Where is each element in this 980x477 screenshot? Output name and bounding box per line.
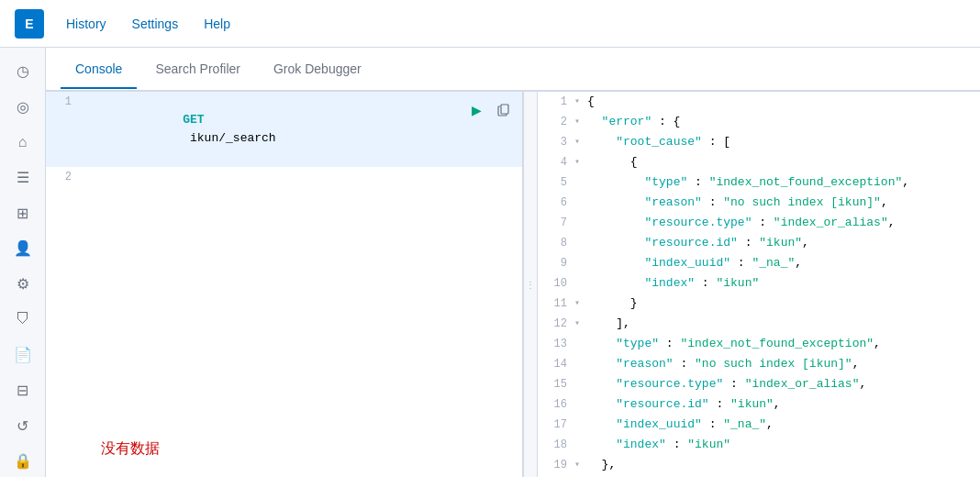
json-line-18: 18 "index" : "ikun" <box>538 435 980 455</box>
sidebar-icon-home[interactable]: ⌂ <box>6 126 39 158</box>
sidebar-icon-gear[interactable]: ⚙ <box>6 268 39 300</box>
json-line-6: 6 "reason" : "no such index [ikun]", <box>538 193 980 213</box>
sidebar-icon-lock[interactable]: 🔒 <box>6 445 39 477</box>
top-nav: History Settings Help <box>55 11 241 37</box>
editor-line-2: 2 <box>46 167 522 187</box>
json-line-1: 1 ▾ { <box>538 92 980 112</box>
json-line-8: 8 "resource.id" : "ikun", <box>538 233 980 253</box>
http-method: GET <box>183 113 204 127</box>
sidebar-icon-refresh[interactable]: ↺ <box>6 410 39 442</box>
sidebar-icon-tag[interactable]: ⊟ <box>6 374 39 406</box>
sidebar-icon-clock[interactable]: ◷ <box>6 55 39 87</box>
json-line-10: 10 "index" : "ikun" <box>538 273 980 294</box>
line-content-1[interactable]: GET ikun/_search <box>83 93 522 166</box>
json-line-14: 14 "reason" : "no such index [ikun]", <box>538 354 980 374</box>
json-line-19: 19 ▾ }, <box>538 455 980 475</box>
json-line-7: 7 "resource.type" : "index_or_alias", <box>538 213 980 233</box>
run-button[interactable]: ▶ <box>465 99 487 121</box>
json-line-11: 11 ▾ } <box>538 294 980 314</box>
sidebar-icon-stack[interactable]: ⊞ <box>6 197 39 229</box>
top-bar: E History Settings Help <box>0 0 980 48</box>
nav-settings[interactable]: Settings <box>121 11 190 37</box>
nav-history[interactable]: History <box>55 11 117 37</box>
tab-grok-debugger[interactable]: Grok Debugger <box>259 50 376 89</box>
json-line-4: 4 ▾ { <box>538 152 980 172</box>
editor-layout: 1 GET ikun/_search 2 ▶ <box>46 92 980 477</box>
main-layout: ◷ ◎ ⌂ ☰ ⊞ 👤 ⚙ ⛉ 📄 ⊟ ↺ 🔒 Console Search P… <box>0 48 980 477</box>
sidebar-icon-list[interactable]: ☰ <box>6 161 39 194</box>
json-line-3: 3 ▾ "root_cause" : [ <box>538 132 980 152</box>
line-num-1: 1 <box>46 93 83 111</box>
json-line-13: 13 "type" : "index_not_found_exception", <box>538 334 980 354</box>
editor-content[interactable]: 1 GET ikun/_search 2 <box>46 92 522 421</box>
line-num-2: 2 <box>46 168 83 186</box>
editor-line-1: 1 GET ikun/_search <box>46 92 522 167</box>
left-pane: 1 GET ikun/_search 2 ▶ <box>46 92 523 477</box>
copy-button[interactable] <box>493 99 515 121</box>
editor-toolbar: ▶ <box>465 99 515 121</box>
json-line-12: 12 ▾ ], <box>538 314 980 334</box>
tab-console[interactable]: Console <box>61 50 137 89</box>
tab-search-profiler[interactable]: Search Profiler <box>140 50 255 89</box>
app-logo: E <box>15 9 44 39</box>
sidebar-icon-shield[interactable]: ⛉ <box>6 304 39 336</box>
json-line-15: 15 "resource.type" : "index_or_alias", <box>538 374 980 394</box>
sidebar-icon-doc[interactable]: 📄 <box>6 338 39 371</box>
json-line-9: 9 "index_uuid" : "_na_", <box>538 253 980 273</box>
json-line-17: 17 "index_uuid" : "_na_", <box>538 415 980 435</box>
nav-help[interactable]: Help <box>193 11 241 37</box>
right-pane: 1 ▾ { 2 ▾ "error" : { 3 ▾ "root_cause" :… <box>538 92 980 477</box>
sidebar: ◷ ◎ ⌂ ☰ ⊞ 👤 ⚙ ⛉ 📄 ⊟ ↺ 🔒 <box>0 48 46 477</box>
drag-handle[interactable]: ⋮ <box>523 92 538 477</box>
sidebar-icon-compass[interactable]: ◎ <box>6 91 39 123</box>
svg-rect-0 <box>501 105 508 114</box>
tabs-bar: Console Search Profiler Grok Debugger <box>46 48 980 92</box>
line-content-2[interactable] <box>83 168 522 186</box>
request-url: ikun/_search <box>183 131 275 145</box>
sidebar-icon-person[interactable]: 👤 <box>6 232 39 264</box>
json-line-2: 2 ▾ "error" : { <box>538 112 980 132</box>
no-data-message: 没有数据 <box>46 421 522 477</box>
content-area: Console Search Profiler Grok Debugger 1 … <box>46 48 980 477</box>
json-line-5: 5 "type" : "index_not_found_exception", <box>538 172 980 193</box>
json-line-16: 16 "resource.id" : "ikun", <box>538 394 980 415</box>
